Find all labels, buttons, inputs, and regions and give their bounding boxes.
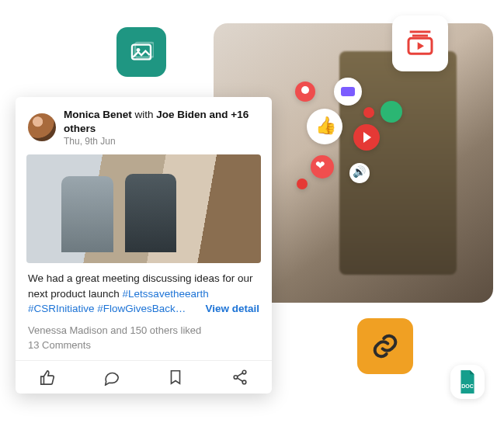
share-button-icon[interactable] [231, 369, 249, 386]
card-icon [334, 78, 362, 106]
avatar[interactable] [28, 113, 56, 141]
comments-count[interactable]: 13 Comments [28, 339, 259, 351]
likes-summary[interactable]: Venessa Madison and 150 others liked [28, 324, 259, 336]
post-video-thumbnail[interactable] [26, 154, 261, 263]
image-tile-icon [116, 27, 166, 77]
link-tile-icon [357, 318, 413, 374]
doc-file-tile-icon: DOC [450, 365, 485, 399]
notification-dot-icon [297, 179, 308, 189]
post-date: Thu, 9th Jun [64, 136, 259, 147]
post-header: Monica Benet with Joe Biden and +16 othe… [28, 108, 259, 147]
post-action-bar [16, 360, 272, 394]
notification-dot-icon [363, 107, 374, 118]
svg-text:DOC: DOC [461, 383, 473, 389]
pin-icon [295, 81, 315, 102]
view-detail-link[interactable]: View detail [205, 301, 259, 317]
post-card: Monica Benet with Joe Biden and +16 othe… [16, 97, 272, 394]
play-icon [353, 124, 380, 151]
comment-button-icon[interactable] [103, 369, 120, 386]
play-button-icon[interactable] [127, 192, 161, 226]
speaker-icon [349, 163, 370, 183]
heart-icon [311, 155, 334, 179]
bookmark-button-icon[interactable] [167, 369, 184, 386]
post-author-line[interactable]: Monica Benet with Joe Biden and +16 othe… [64, 108, 259, 135]
video-library-tile-icon [392, 16, 448, 71]
like-button-icon[interactable] [39, 369, 56, 386]
post-caption: We had a great meeting discussing ideas … [28, 271, 259, 317]
thumbs-up-icon [307, 109, 342, 144]
wifi-icon [381, 101, 402, 123]
